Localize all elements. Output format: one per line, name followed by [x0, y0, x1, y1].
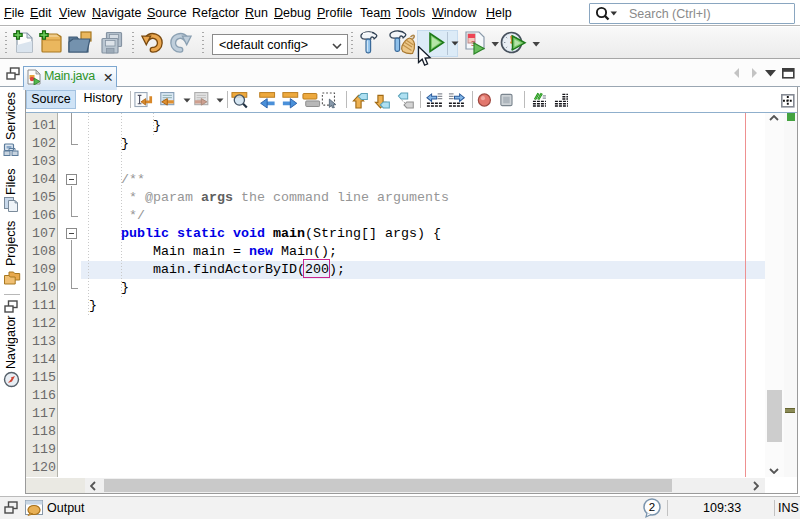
svg-text:2: 2 [649, 501, 655, 513]
